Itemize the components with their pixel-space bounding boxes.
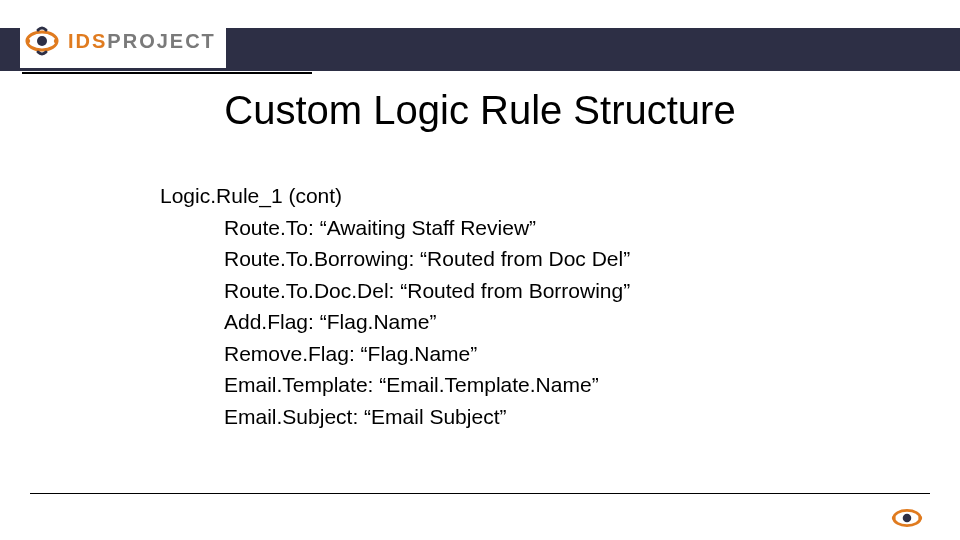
header-underline <box>22 72 312 74</box>
slide-body: Logic.Rule_1 (cont) Route.To: “Awaiting … <box>160 180 630 432</box>
svg-point-2 <box>26 39 30 43</box>
footer-divider <box>30 493 930 494</box>
rule-value: “Awaiting Staff Review” <box>320 216 536 239</box>
svg-point-5 <box>903 514 912 523</box>
rule-key: Route.To: <box>224 216 314 239</box>
svg-point-3 <box>54 39 58 43</box>
rule-section-label: Logic.Rule_1 (cont) <box>160 180 630 212</box>
rule-item: Route.To.Doc.Del: “Routed from Borrowing… <box>224 275 630 307</box>
brand-logo: IDSPROJECT <box>20 14 226 68</box>
svg-point-7 <box>918 516 922 520</box>
rule-key: Add.Flag: <box>224 310 314 333</box>
rule-value: “Routed from Borrowing” <box>400 279 630 302</box>
rule-value: “Email Subject” <box>364 405 506 428</box>
svg-point-6 <box>892 516 896 520</box>
rule-key: Email.Template: <box>224 373 373 396</box>
rule-item: Route.To.Borrowing: “Routed from Doc Del… <box>224 243 630 275</box>
rule-value: “Flag.Name” <box>361 342 478 365</box>
rule-item: Route.To: “Awaiting Staff Review” <box>224 212 630 244</box>
brand-wordmark: IDSPROJECT <box>68 30 216 53</box>
rule-item: Email.Subject: “Email Subject” <box>224 401 630 433</box>
rule-items: Route.To: “Awaiting Staff Review” Route.… <box>224 212 630 433</box>
rule-key: Remove.Flag: <box>224 342 355 365</box>
rule-key: Route.To.Doc.Del: <box>224 279 394 302</box>
rule-item: Email.Template: “Email.Template.Name” <box>224 369 630 401</box>
svg-point-1 <box>37 36 47 46</box>
rule-value: “Flag.Name” <box>320 310 437 333</box>
rule-item: Remove.Flag: “Flag.Name” <box>224 338 630 370</box>
rule-value: “Routed from Doc Del” <box>420 247 630 270</box>
rule-key: Route.To.Borrowing: <box>224 247 414 270</box>
rule-item: Add.Flag: “Flag.Name” <box>224 306 630 338</box>
brand-name-part1: IDS <box>68 30 107 52</box>
slide-title: Custom Logic Rule Structure <box>0 88 960 133</box>
eye-icon <box>888 504 926 532</box>
rule-value: “Email.Template.Name” <box>379 373 598 396</box>
brand-name-part2: PROJECT <box>107 30 215 52</box>
rule-key: Email.Subject: <box>224 405 358 428</box>
eye-icon <box>22 21 62 61</box>
